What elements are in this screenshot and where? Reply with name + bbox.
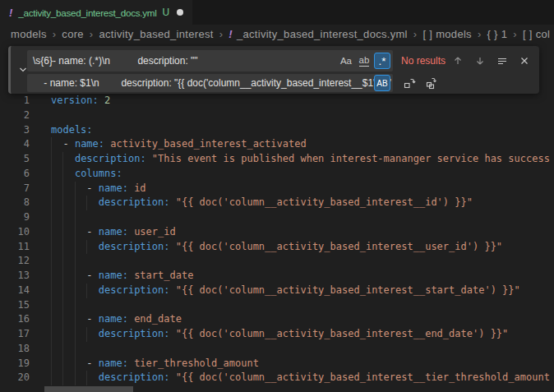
arrow-down-icon: [474, 55, 486, 67]
indent-guide: [51, 182, 52, 196]
code-line-text: description: "This event is published wh…: [51, 152, 554, 167]
code-line[interactable]: 19 - name: tier_threshold_amount: [0, 357, 554, 371]
line-number: 3: [0, 123, 30, 138]
code-line[interactable]: 9: [0, 210, 554, 225]
replace-input[interactable]: - name: $1\n description: "{{ doc('colum…: [27, 74, 393, 92]
code-line[interactable]: 15: [0, 298, 554, 313]
indent-guide: [75, 357, 76, 371]
code-line[interactable]: 1version: 2: [0, 94, 554, 108]
indent-guide: [75, 371, 76, 385]
breadcrumb-item[interactable]: [ ]models: [422, 28, 471, 40]
horizontal-scrollbar-thumb[interactable]: [44, 386, 133, 392]
code-line[interactable]: 2: [0, 108, 554, 123]
line-number: 9: [0, 210, 30, 225]
tab-bar: ! _activity_based_interest_docs.yml U: [0, 0, 554, 25]
code-line[interactable]: 6 columns:: [0, 167, 554, 182]
unsaved-changes-dot[interactable]: [177, 9, 183, 16]
close-icon: [519, 56, 529, 66]
code-line[interactable]: 12: [0, 254, 554, 269]
find-in-selection-button[interactable]: [494, 53, 510, 69]
indent-guide: [75, 210, 76, 225]
preserve-case-button[interactable]: AB: [374, 75, 390, 91]
indent-guide: [51, 298, 52, 313]
code-line-text: - name: tier_threshold_amount: [51, 357, 554, 371]
indent-guide: [51, 254, 52, 269]
line-number: 18: [0, 342, 30, 357]
previous-match-button[interactable]: [450, 53, 466, 69]
code-line[interactable]: 3models:: [0, 123, 554, 138]
breadcrumb-item[interactable]: { }1: [487, 28, 508, 40]
code-line[interactable]: 10 - name: user_id: [0, 225, 554, 240]
code-line[interactable]: 14 description: "{{ doc('column__activit…: [0, 284, 554, 298]
breadcrumb-item[interactable]: models: [11, 28, 47, 40]
code-line-text: - name: end_date: [51, 312, 554, 327]
breadcrumb-label: models: [436, 28, 472, 40]
indent-guide: [51, 371, 52, 385]
regex-button[interactable]: .*: [374, 53, 390, 69]
breadcrumb-separator-icon: ›: [413, 28, 418, 40]
breadcrumb-item[interactable]: core: [62, 28, 84, 40]
indent-guide: [62, 284, 63, 298]
code-line[interactable]: 16 - name: end_date: [0, 312, 554, 327]
indent-guide: [51, 357, 52, 371]
next-match-button[interactable]: [472, 53, 488, 69]
match-case-button[interactable]: Aa: [338, 53, 354, 69]
find-results-status: No results: [401, 55, 446, 67]
replace-all-button[interactable]: [423, 75, 440, 91]
code-line[interactable]: 8 description: "{{ doc('column__activity…: [0, 196, 554, 210]
code-line-text: - name: user_id: [51, 225, 554, 240]
breadcrumb-separator-icon: ›: [513, 28, 517, 40]
indent-guide: [62, 167, 63, 182]
code-line[interactable]: 4 - name: activity_based_interest_activa…: [0, 137, 554, 152]
line-number: 11: [0, 240, 30, 255]
code-line[interactable]: 17 description: "{{ doc('column__activit…: [0, 327, 554, 342]
indent-guide: [51, 225, 52, 240]
indent-guide: [62, 327, 63, 342]
editor[interactable]: 1version: 223models:4 - name: activity_b…: [0, 43, 554, 392]
tab-active-file[interactable]: ! _activity_based_interest_docs.yml U: [0, 0, 192, 25]
breadcrumb-label: 1: [501, 28, 508, 40]
symbol-kind-icon: [ ]: [523, 28, 533, 40]
git-untracked-badge: U: [162, 7, 169, 18]
code-line[interactable]: 5 description: "This event is published …: [0, 152, 554, 167]
indent-guide: [51, 284, 52, 298]
code-line[interactable]: 7 - name: id: [0, 182, 554, 196]
line-number: 13: [0, 269, 30, 284]
indent-guide: [51, 269, 52, 284]
indent-guide: [51, 210, 52, 225]
indent-guide: [62, 225, 63, 240]
indent-guide: [86, 371, 87, 385]
code-line-text: [51, 108, 554, 123]
replace-button[interactable]: [401, 75, 418, 91]
breadcrumb-item[interactable]: activity_based_interest: [99, 28, 214, 40]
replace-all-icon: [425, 76, 438, 90]
breadcrumb-item[interactable]: [ ]col: [523, 28, 550, 40]
code-line[interactable]: 20 description: "{{ doc('column__activit…: [0, 371, 554, 385]
code-line[interactable]: 13 - name: start_date: [0, 269, 554, 284]
indent-guide: [75, 269, 76, 284]
indent-guide: [75, 327, 76, 342]
code-area: 1version: 223models:4 - name: activity_b…: [0, 94, 554, 385]
whole-word-button[interactable]: ab: [356, 53, 372, 69]
indent-guide: [62, 254, 63, 269]
indent-guide: [51, 327, 52, 342]
symbol-kind-icon: { }: [487, 28, 498, 40]
breadcrumb-separator-icon: ›: [478, 28, 482, 40]
find-input[interactable]: \s{6}- name: (.*)\n description: "" Aa a…: [27, 50, 393, 71]
breadcrumb-item[interactable]: !_activity_based_interest_docs.yml: [229, 28, 408, 40]
indent-guide: [86, 284, 87, 298]
indent-guide: [75, 182, 76, 196]
line-number: 1: [0, 94, 30, 108]
close-find-button[interactable]: [516, 53, 533, 69]
breadcrumb-label: models: [11, 28, 47, 40]
code-line[interactable]: 11 description: "{{ doc('column__activit…: [0, 240, 554, 255]
code-line-text: - name: start_date: [51, 269, 554, 284]
line-number: 2: [0, 108, 30, 123]
indent-guide: [51, 167, 52, 182]
code-line-text: [51, 254, 554, 269]
line-number: 5: [0, 152, 30, 167]
code-line-text: [51, 298, 554, 313]
code-line-text: description: "{{ doc('column__activity_b…: [51, 327, 554, 342]
code-line[interactable]: 18: [0, 342, 554, 357]
yaml-file-icon: !: [229, 28, 233, 40]
